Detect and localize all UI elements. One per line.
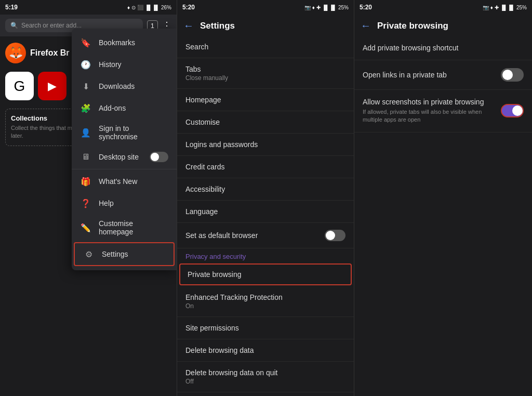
search-placeholder: Search or enter add... [21, 22, 82, 29]
settings-list: Search Tabs Close manually Homepage Cust… [177, 36, 354, 395]
menu-item-label: Bookmarks [99, 38, 135, 47]
private-item-open-links[interactable]: Open links in a private tab [354, 60, 532, 90]
menu-item-label: Desktop site [99, 153, 139, 161]
menu-item-addons[interactable]: 🧩 Add-ons [72, 97, 177, 119]
private-item-label: Open links in a private tab [363, 71, 495, 79]
settings-item-search[interactable]: Search [177, 36, 354, 58]
settings-item-label: Delete browsing data [185, 346, 254, 354]
firefox-icon: 🦊 [5, 43, 26, 63]
settings-header: ← Settings [177, 15, 354, 36]
panel-3-private: 5:20 📷 ♦ ✚ ▐▌▐▌ 25% ← Private browsing A… [354, 0, 532, 396]
settings-item-delete-data[interactable]: Delete browsing data [177, 339, 354, 362]
customise-icon: ✏️ [80, 222, 91, 233]
settings-item-tracking[interactable]: Enhanced Tracking Protection On [177, 286, 354, 317]
settings-back-button[interactable]: ← [183, 20, 194, 32]
settings-item-label: Search [185, 43, 208, 51]
settings-item-delete-data-quit[interactable]: Delete browsing data on quit Off [177, 362, 354, 392]
settings-item-sub: Off [185, 378, 277, 385]
menu-item-label: History [99, 60, 122, 69]
private-item-shortcut[interactable]: Add private browsing shortcut [354, 36, 532, 60]
menu-item-help[interactable]: ❓ Help [72, 192, 177, 214]
desktop-toggle[interactable] [150, 152, 168, 162]
settings-item-tabs[interactable]: Tabs Close manually [177, 58, 354, 89]
settings-icon: ⚙ [83, 248, 95, 260]
menu-item-customise[interactable]: ✏️ Customise homepage [72, 214, 177, 241]
private-item-label: Allow screenshots in private browsing [363, 98, 495, 106]
settings-item-label: Delete browsing data on quit [185, 368, 277, 377]
status-icons-2: 📷 ♦ ✚ ▐▌▐▌ 25% [304, 5, 349, 10]
menu-item-label: What's New [99, 177, 137, 186]
menu-item-label: Help [99, 199, 114, 207]
status-time-1: 5:19 [5, 4, 18, 11]
menu-item-label: Sign in to synchronise [99, 124, 168, 141]
downloads-icon: ⬇ [80, 81, 91, 92]
settings-item-creditcards[interactable]: Credit cards [177, 156, 354, 178]
panel-1-firefox: 5:19 ♦ ⊙ ⬛ ▐▌▐▌ 26% 🔍 Search or enter ad… [0, 0, 177, 396]
menu-item-label: Customise homepage [99, 219, 168, 236]
menu-item-label: Downloads [99, 82, 135, 90]
settings-item-homepage[interactable]: Homepage [177, 89, 354, 111]
menu-item-settings[interactable]: ⚙ Settings [74, 242, 175, 266]
default-browser-toggle[interactable] [325, 230, 345, 241]
firefox-label: Firefox Br [30, 48, 70, 58]
status-bar-3: 5:20 📷 ♦ ✚ ▐▌▐▌ 25% [354, 0, 532, 15]
settings-item-label: Customise [185, 118, 220, 126]
menu-divider [72, 169, 177, 169]
private-back-button[interactable]: ← [361, 20, 371, 32]
settings-item-sub: Close manually [185, 74, 228, 82]
whatsnew-icon: 🎁 [80, 176, 91, 187]
open-links-toggle[interactable] [501, 68, 524, 82]
private-item-screenshots[interactable]: Allow screenshots in private browsing If… [354, 90, 532, 133]
settings-item-label: Logins and passwords [185, 140, 258, 149]
dropdown-menu: 🔖 Bookmarks 🕐 History ⬇ Downloads 🧩 Add-… [72, 29, 177, 270]
settings-title: Settings [200, 21, 235, 31]
private-item-sub: If allowed, private tabs will also be vi… [363, 108, 495, 124]
menu-item-bookmarks[interactable]: 🔖 Bookmarks [72, 32, 177, 54]
settings-item-label: Credit cards [185, 163, 224, 171]
settings-item-label: Site permissions [185, 324, 239, 332]
settings-item-label: Language [185, 207, 218, 216]
status-time-2: 5:20 [182, 4, 195, 11]
panel-2-settings: 5:20 📷 ♦ ✚ ▐▌▐▌ 25% ← Settings Search Ta… [177, 0, 354, 396]
addons-icon: 🧩 [80, 102, 91, 114]
menu-item-label: Settings [102, 250, 128, 258]
settings-item-customise[interactable]: Customise [177, 111, 354, 134]
menu-item-history[interactable]: 🕐 History [72, 54, 177, 75]
menu-item-downloads[interactable]: ⬇ Downloads [72, 75, 177, 97]
settings-item-label: Accessibility [185, 185, 225, 193]
app-icon-2[interactable]: ▶ [38, 72, 66, 100]
settings-item-accessibility[interactable]: Accessibility [177, 178, 354, 201]
signin-icon: 👤 [80, 127, 91, 138]
settings-item-label: Tabs [185, 65, 228, 73]
settings-section-privacy: Privacy and security [177, 248, 354, 262]
settings-item-sub: On [185, 302, 283, 310]
settings-item-private-browsing[interactable]: Private browsing [179, 263, 352, 285]
search-icon: 🔍 [10, 22, 18, 29]
desktop-icon: 🖥 [80, 151, 91, 163]
status-icons-3: 📷 ♦ ✚ ▐▌▐▌ 25% [483, 5, 527, 10]
settings-item-label: Private browsing [188, 270, 242, 279]
status-icons-1: ♦ ⊙ ⬛ ▐▌▐▌ 26% [127, 5, 171, 10]
settings-item-language[interactable]: Language [177, 201, 354, 223]
menu-item-whatsnew[interactable]: 🎁 What's New [72, 170, 177, 192]
settings-item-site-permissions[interactable]: Site permissions [177, 317, 354, 339]
help-icon: ❓ [80, 197, 91, 209]
settings-item-logins[interactable]: Logins and passwords [177, 134, 354, 156]
menu-item-label: Add-ons [99, 104, 126, 112]
history-icon: 🕐 [80, 59, 91, 70]
private-header: ← Private browsing [354, 15, 532, 36]
status-bar-1: 5:19 ♦ ⊙ ⬛ ▐▌▐▌ 26% [0, 0, 177, 15]
private-item-label: Add private browsing shortcut [363, 44, 524, 52]
bookmarks-icon: 🔖 [80, 37, 91, 48]
menu-item-signin[interactable]: 👤 Sign in to synchronise [72, 119, 177, 146]
status-time-3: 5:20 [360, 4, 372, 11]
private-title: Private browsing [377, 21, 448, 31]
menu-item-desktop[interactable]: 🖥 Desktop site [72, 146, 177, 168]
settings-item-label: Set as default browser [185, 231, 258, 240]
screenshots-toggle[interactable] [501, 104, 524, 117]
settings-item-label: Enhanced Tracking Protection [185, 293, 283, 301]
google-icon[interactable]: G [5, 72, 34, 100]
settings-item-label: Homepage [185, 96, 221, 104]
status-bar-2: 5:20 📷 ♦ ✚ ▐▌▐▌ 25% [177, 0, 354, 15]
settings-item-default-browser[interactable]: Set as default browser [177, 223, 354, 248]
